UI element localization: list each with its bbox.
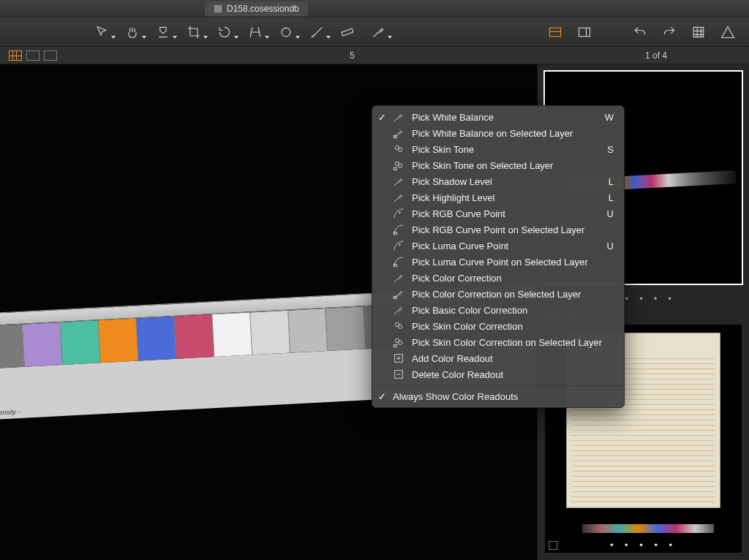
swatch bbox=[136, 317, 176, 361]
menu-item-pick-skin-tone-on-selected-layer[interactable]: Pick Skin Tone on Selected Layer bbox=[372, 157, 624, 173]
menu-item-pick-shadow-level[interactable]: Pick Shadow LevelL bbox=[372, 173, 624, 189]
spot-tool[interactable] bbox=[278, 24, 294, 40]
keystone-tool[interactable] bbox=[247, 24, 263, 40]
multiview-icon[interactable] bbox=[547, 24, 563, 40]
menu-item-label: Pick Skin Color Correction bbox=[412, 321, 523, 332]
view-mode-bar: 5 1 of 4 bbox=[0, 47, 749, 64]
eyedropper-tool[interactable] bbox=[370, 24, 386, 40]
readout-add-icon bbox=[393, 352, 404, 364]
clipped-toolbar-number: 5 bbox=[350, 50, 355, 61]
swatch bbox=[212, 312, 252, 357]
menu-item-label: Pick Highlight Level bbox=[412, 192, 494, 203]
thumbnail-2-target bbox=[582, 524, 714, 533]
menu-item-label: Always Show Color Readouts bbox=[393, 391, 518, 402]
menu-item-add-color-readout[interactable]: Add Color Readout bbox=[372, 350, 624, 366]
menu-separator bbox=[372, 385, 624, 386]
menu-item-delete-color-readout[interactable]: Delete Color Readout bbox=[372, 366, 624, 382]
svg-point-6 bbox=[398, 148, 402, 151]
curve-icon bbox=[393, 208, 404, 219]
menu-item-label: Pick Basic Color Correction bbox=[412, 305, 527, 316]
menu-item-pick-skin-color-correction-on-selected-layer[interactable]: Pick Skin Color Correction on Selected L… bbox=[372, 334, 624, 350]
eyedropper-icon bbox=[393, 272, 404, 284]
curve-icon bbox=[393, 240, 404, 251]
menu-item-pick-white-balance[interactable]: ✓Pick White BalanceW bbox=[372, 109, 624, 125]
swatch bbox=[250, 311, 290, 355]
svg-rect-2 bbox=[550, 28, 561, 37]
menu-shortcut: L bbox=[609, 192, 614, 203]
menu-item-pick-basic-color-correction[interactable]: Pick Basic Color Correction bbox=[372, 302, 624, 318]
swatch bbox=[60, 320, 100, 365]
panel-toggle-icon[interactable] bbox=[576, 24, 592, 40]
ruler-tool[interactable] bbox=[339, 24, 355, 40]
thumbnail-2-checkbox[interactable] bbox=[549, 541, 557, 550]
menu-item-label: Pick Color Correction bbox=[412, 273, 502, 284]
menu-item-pick-rgb-curve-point-on-selected-layer[interactable]: Pick RGB Curve Point on Selected Layer bbox=[372, 222, 624, 238]
swatch bbox=[288, 309, 328, 353]
menu-item-label: Add Color Readout bbox=[412, 353, 493, 364]
menu-shortcut: S bbox=[607, 144, 614, 155]
toolbar-right-group bbox=[547, 24, 736, 40]
document-tab-bar: D158.cosessiondb bbox=[0, 0, 749, 18]
readout-del-icon bbox=[393, 368, 404, 380]
view-mode-toggles bbox=[9, 50, 57, 61]
eyedropper-icon bbox=[393, 175, 404, 187]
view-mode-multi[interactable] bbox=[44, 50, 57, 61]
eyedropper-icon bbox=[393, 111, 404, 123]
menu-item-label: Pick RGB Curve Point bbox=[412, 208, 505, 219]
fill-tool[interactable] bbox=[155, 24, 171, 40]
crop-tool[interactable] bbox=[186, 24, 202, 40]
menu-item-label: Pick Skin Tone bbox=[412, 144, 474, 155]
session-tab[interactable]: D158.cosessiondb bbox=[205, 1, 308, 16]
pan-tool[interactable] bbox=[124, 24, 140, 40]
svg-point-18 bbox=[398, 341, 402, 344]
menu-item-pick-highlight-level[interactable]: Pick Highlight LevelL bbox=[372, 189, 624, 205]
main-toolbar bbox=[0, 18, 749, 47]
menu-item-label: Pick RGB Curve Point on Selected Layer bbox=[412, 224, 584, 235]
svg-rect-19 bbox=[394, 344, 396, 347]
menu-item-pick-color-correction[interactable]: Pick Color Correction bbox=[372, 270, 624, 286]
svg-point-8 bbox=[398, 164, 402, 167]
menu-shortcut: U bbox=[607, 241, 614, 251]
check-icon: ✓ bbox=[378, 112, 386, 123]
cursor-tool-group bbox=[94, 24, 386, 40]
svg-point-12 bbox=[399, 244, 400, 246]
swatch bbox=[23, 322, 63, 367]
menu-item-label: Pick Luma Curve Point on Selected Layer bbox=[412, 257, 588, 268]
svg-rect-1 bbox=[342, 29, 353, 36]
menu-item-pick-skin-color-correction[interactable]: Pick Skin Color Correction bbox=[372, 318, 624, 334]
menu-item-pick-white-balance-on-selected-layer[interactable]: Pick White Balance on Selected Layer bbox=[372, 125, 624, 141]
eyedropper-icon bbox=[393, 192, 404, 203]
brush-tool[interactable] bbox=[309, 24, 325, 40]
svg-rect-3 bbox=[579, 28, 590, 37]
menu-shortcut: W bbox=[605, 112, 614, 123]
grid-icon[interactable] bbox=[690, 24, 707, 40]
rotate-tool[interactable] bbox=[217, 24, 233, 40]
curve-layer-icon bbox=[393, 256, 404, 268]
view-mode-grid[interactable] bbox=[9, 50, 22, 61]
menu-item-pick-luma-curve-point[interactable]: Pick Luma Curve PointU bbox=[372, 238, 624, 254]
svg-rect-9 bbox=[394, 167, 396, 170]
menu-item-pick-color-correction-on-selected-layer[interactable]: Pick Color Correction on Selected Layer bbox=[372, 286, 624, 302]
menu-item-always-show-color-readouts[interactable]: ✓Always Show Color Readouts bbox=[372, 389, 624, 404]
thumbnail-2-rating[interactable]: • • • • • bbox=[610, 540, 677, 550]
menu-shortcut: U bbox=[607, 208, 614, 219]
curve-layer-icon bbox=[393, 224, 404, 235]
menu-shortcut: L bbox=[609, 176, 614, 187]
menu-item-pick-skin-tone[interactable]: Pick Skin ToneS bbox=[372, 141, 624, 157]
swatch bbox=[98, 319, 138, 363]
svg-point-0 bbox=[282, 28, 290, 37]
density-label: Density bbox=[0, 408, 16, 417]
menu-item-pick-luma-curve-point-on-selected-layer[interactable]: Pick Luma Curve Point on Selected Layer bbox=[372, 254, 624, 270]
session-filename: D158.cosessiondb bbox=[227, 4, 299, 14]
menu-item-label: Pick Color Correction on Selected Layer bbox=[412, 289, 581, 300]
undo-button[interactable] bbox=[632, 24, 648, 40]
redo-button[interactable] bbox=[661, 24, 677, 40]
image-counter: 1 of 4 bbox=[645, 50, 667, 61]
view-mode-single[interactable] bbox=[26, 50, 39, 61]
svg-point-10 bbox=[399, 212, 400, 213]
select-tool[interactable] bbox=[94, 24, 110, 40]
eyedropper-menu: ✓Pick White BalanceWPick White Balance o… bbox=[372, 105, 625, 408]
menu-item-pick-rgb-curve-point[interactable]: Pick RGB Curve PointU bbox=[372, 205, 624, 222]
skin-icon bbox=[393, 143, 404, 155]
alert-icon[interactable] bbox=[720, 24, 736, 40]
